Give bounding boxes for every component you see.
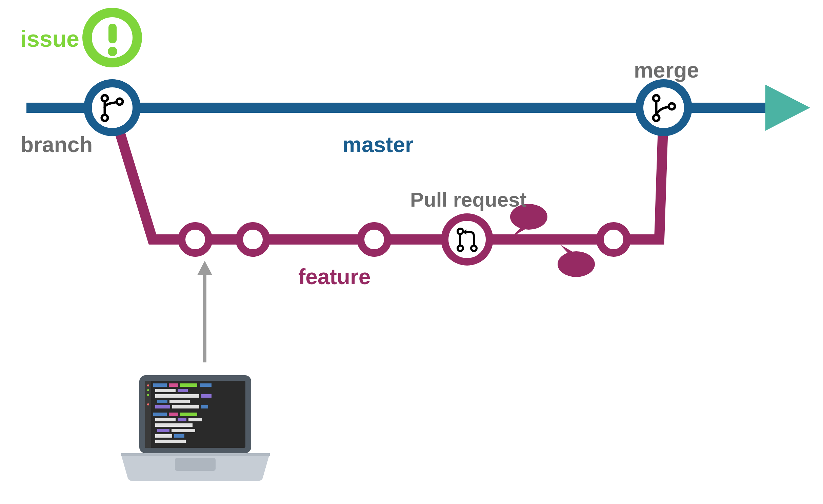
svg-rect-31	[169, 383, 178, 387]
svg-point-26	[147, 384, 149, 386]
branch-node	[88, 83, 137, 132]
svg-rect-54	[155, 440, 186, 443]
merge-node	[639, 83, 688, 132]
svg-rect-37	[201, 394, 212, 398]
svg-rect-30	[153, 383, 167, 387]
speech-bubble-icon	[558, 245, 595, 277]
feature-label: feature	[298, 264, 370, 289]
pull-request-label: Pull request	[410, 188, 526, 211]
svg-rect-34	[155, 389, 176, 392]
issue-icon	[87, 13, 137, 63]
svg-rect-46	[155, 418, 176, 421]
svg-rect-50	[157, 429, 169, 432]
laptop-icon	[121, 375, 270, 481]
svg-rect-47	[178, 418, 186, 421]
feature-line	[112, 108, 664, 239]
svg-rect-38	[157, 400, 167, 403]
svg-rect-53	[174, 434, 184, 438]
commit-node	[182, 226, 209, 253]
svg-point-28	[147, 394, 149, 396]
svg-point-29	[147, 403, 149, 405]
svg-point-27	[147, 389, 149, 391]
svg-rect-55	[175, 458, 216, 471]
svg-rect-48	[188, 418, 202, 421]
issue-label: issue	[20, 25, 79, 52]
commit-node	[600, 226, 627, 253]
svg-rect-49	[155, 423, 193, 427]
svg-rect-1	[108, 24, 117, 43]
svg-rect-39	[169, 400, 190, 403]
branch-label: branch	[20, 132, 93, 157]
svg-rect-35	[178, 389, 188, 392]
commit-node	[239, 226, 266, 253]
arrow-head-up-icon	[197, 261, 212, 275]
svg-rect-52	[155, 434, 172, 438]
pull-request-node	[445, 217, 489, 262]
svg-point-2	[108, 47, 117, 56]
master-label: master	[342, 132, 414, 157]
commit-node	[361, 226, 388, 253]
svg-point-21	[558, 251, 595, 277]
svg-rect-42	[201, 405, 208, 408]
svg-rect-41	[172, 405, 199, 408]
svg-point-3	[88, 83, 137, 132]
svg-rect-40	[155, 405, 170, 408]
svg-rect-45	[180, 413, 197, 416]
svg-rect-32	[180, 383, 197, 387]
svg-rect-33	[200, 383, 212, 387]
svg-rect-44	[169, 413, 178, 416]
svg-rect-43	[153, 413, 167, 416]
svg-rect-51	[172, 429, 195, 432]
arrow-head-icon	[765, 85, 810, 131]
merge-label: merge	[634, 58, 699, 83]
svg-point-13	[445, 217, 489, 262]
svg-rect-56	[121, 453, 270, 456]
svg-rect-36	[155, 394, 199, 398]
git-flow-diagram	[0, 0, 823, 504]
